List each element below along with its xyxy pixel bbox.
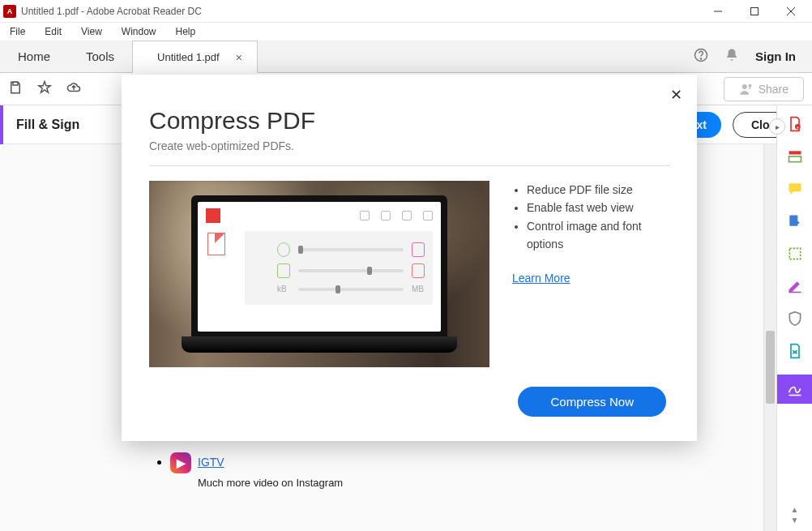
redact-icon[interactable] xyxy=(786,277,804,295)
compress-pdf-dialog: ✕ Compress PDF Create web-optimized PDFs… xyxy=(122,75,697,441)
minimize-button[interactable] xyxy=(699,0,736,23)
menu-help[interactable]: Help xyxy=(171,24,201,39)
feature-item: Enable fast web view xyxy=(527,199,669,216)
rail-scroll-arrows[interactable]: ▲▼ xyxy=(791,505,799,525)
close-window-button[interactable] xyxy=(772,0,809,23)
fill-sign-label[interactable]: Fill & Sign xyxy=(16,118,79,132)
divider xyxy=(149,165,669,166)
cloud-upload-icon[interactable] xyxy=(66,80,81,98)
tab-close-icon[interactable]: × xyxy=(236,51,242,64)
document-content: ▶IGTV Much more video on Instagram xyxy=(170,452,343,489)
save-icon[interactable] xyxy=(8,80,23,98)
mb-label: MB xyxy=(412,285,425,293)
star-icon[interactable] xyxy=(37,80,52,98)
create-pdf-icon[interactable]: + xyxy=(786,115,804,133)
dialog-close-button[interactable]: ✕ xyxy=(670,86,682,104)
svg-rect-1 xyxy=(750,7,758,15)
tab-tools[interactable]: Tools xyxy=(68,41,132,72)
menu-view[interactable]: View xyxy=(76,24,107,39)
vertical-scrollbar[interactable] xyxy=(763,144,776,531)
svg-rect-6 xyxy=(13,82,18,85)
svg-point-5 xyxy=(700,58,701,58)
tab-document-label: Untitled 1.pdf xyxy=(157,51,220,63)
help-icon[interactable] xyxy=(694,48,708,66)
kb-label: kB xyxy=(277,285,290,293)
compress-now-button[interactable]: Compress Now xyxy=(518,387,666,417)
bell-icon[interactable] xyxy=(724,48,739,66)
tab-home[interactable]: Home xyxy=(0,41,68,72)
menu-file[interactable]: File xyxy=(5,24,30,39)
combine-files-icon[interactable] xyxy=(786,148,804,165)
svg-rect-11 xyxy=(788,151,801,154)
acrobat-app-icon: A xyxy=(3,5,16,18)
svg-rect-14 xyxy=(789,248,800,259)
protect-icon[interactable] xyxy=(786,310,804,328)
learn-more-link[interactable]: Learn More xyxy=(512,272,669,285)
svg-point-8 xyxy=(748,84,751,87)
dialog-preview-image: kBMB xyxy=(149,181,489,367)
fill-sign-rail-icon[interactable] xyxy=(777,375,813,404)
menubar: File Edit View Window Help xyxy=(0,23,812,41)
menu-window[interactable]: Window xyxy=(117,24,161,39)
igtv-description: Much more video on Instagram xyxy=(198,477,343,489)
igtv-link[interactable]: IGTV xyxy=(198,456,224,469)
dialog-title: Compress PDF xyxy=(149,107,669,135)
dialog-feature-list: Reduce PDF file size Enable fast web vie… xyxy=(512,181,669,254)
igtv-icon: ▶ xyxy=(170,452,191,473)
right-tools-rail: ▸ + ▲▼ xyxy=(776,105,812,531)
comment-icon[interactable] xyxy=(786,180,804,198)
svg-rect-15 xyxy=(788,292,801,293)
scrollbar-thumb[interactable] xyxy=(766,331,775,404)
maximize-button[interactable] xyxy=(736,0,772,23)
menu-edit[interactable]: Edit xyxy=(40,24,66,39)
active-tool-accent xyxy=(0,105,3,144)
feature-item: Reduce PDF file size xyxy=(527,181,669,199)
tabbar: Home Tools Untitled 1.pdf × Sign In xyxy=(0,41,812,73)
svg-text:+: + xyxy=(796,125,798,130)
window-title: Untitled 1.pdf - Adobe Acrobat Reader DC xyxy=(21,6,699,17)
sign-in-button[interactable]: Sign In xyxy=(755,49,796,63)
share-label: Share xyxy=(759,83,788,96)
window-titlebar: A Untitled 1.pdf - Adobe Acrobat Reader … xyxy=(0,0,812,23)
organize-pages-icon[interactable] xyxy=(786,245,804,263)
collapse-rail-icon[interactable]: ▸ xyxy=(769,118,785,135)
tab-document[interactable]: Untitled 1.pdf × xyxy=(132,41,258,73)
dialog-subtitle: Create web-optimized PDFs. xyxy=(149,139,669,152)
share-button[interactable]: Share xyxy=(724,77,804,101)
feature-item: Control image and font options xyxy=(527,217,669,254)
svg-rect-12 xyxy=(788,156,801,162)
svg-rect-16 xyxy=(788,395,801,396)
compress-pdf-icon[interactable] xyxy=(786,342,804,360)
svg-point-7 xyxy=(741,84,746,89)
export-pdf-icon[interactable] xyxy=(786,212,804,230)
